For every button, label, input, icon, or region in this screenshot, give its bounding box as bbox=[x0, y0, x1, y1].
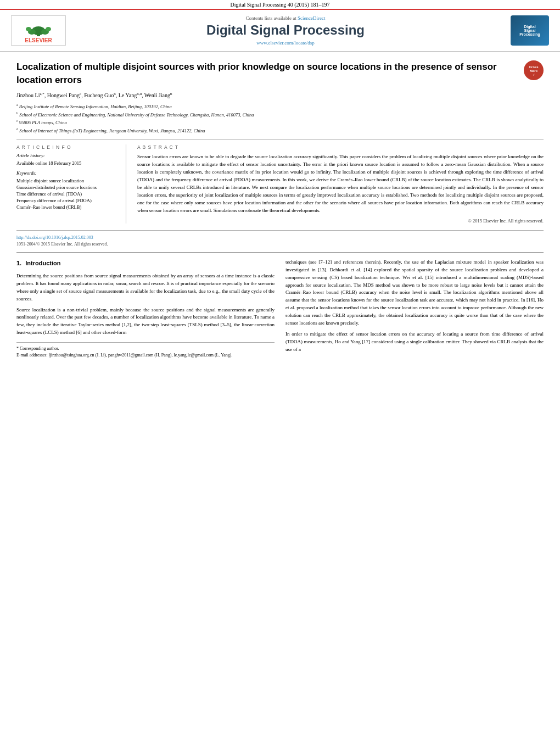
body-divider bbox=[16, 252, 544, 253]
issn-text: 1051-2004/© 2015 Elsevier Inc. All right… bbox=[16, 242, 544, 247]
keyword-4: Frequency difference of arrival (FDOA) bbox=[16, 198, 117, 203]
elsevier-tree-svg bbox=[22, 21, 55, 37]
footnote-email: E-mail addresses: ljinzhou@tsinghua.org.… bbox=[16, 352, 275, 359]
affiliation-b: b School of Electronic Science and Engin… bbox=[16, 111, 544, 119]
affiliation-c: c 95806 PLA troops, China bbox=[16, 119, 544, 126]
crossmark-badge: Cross Mark ✓ bbox=[524, 60, 544, 80]
copyright-line: © 2015 Elsevier Inc. All rights reserved… bbox=[137, 218, 544, 224]
svg-text:Mark: Mark bbox=[530, 69, 538, 72]
divider-1 bbox=[16, 140, 544, 140]
body-para-2: Source localization is a non-trivial pro… bbox=[16, 306, 275, 337]
keyword-1: Multiple disjoint source localization bbox=[16, 178, 117, 183]
history-label: Article history: bbox=[16, 153, 117, 158]
journal-title: Digital Signal Processing bbox=[66, 23, 505, 38]
elsevier-logo-box: ELSEVIER bbox=[11, 15, 66, 46]
affiliation-a: a Beijing Institute of Remote Sensing In… bbox=[16, 103, 544, 110]
footnote-area: * Corresponding author. E-mail addresses… bbox=[16, 342, 275, 359]
affiliations: a Beijing Institute of Remote Sensing In… bbox=[16, 103, 544, 134]
body-two-col: 1. Introduction Determining the source p… bbox=[16, 259, 544, 359]
keywords-label: Keywords: bbox=[16, 170, 117, 176]
abstract-title: A B S T R A C T bbox=[137, 144, 544, 150]
keyword-2: Gaussian-distributed prior source locati… bbox=[16, 185, 117, 190]
crossmark-svg: Cross Mark ✓ bbox=[524, 60, 544, 80]
article-info: A R T I C L E I N F O Article history: A… bbox=[16, 144, 126, 224]
paper-title: Localization of multiple disjoint source… bbox=[16, 60, 516, 87]
dsp-logo-box: Digital Signal Processing bbox=[511, 15, 549, 46]
available-text: Contents lists available at ScienceDirec… bbox=[66, 15, 505, 21]
info-abstract-row: A R T I C L E I N F O Article history: A… bbox=[16, 144, 544, 224]
section-1-num: 1. bbox=[16, 260, 21, 266]
svg-text:Cross: Cross bbox=[529, 65, 539, 69]
body-col-left: 1. Introduction Determining the source p… bbox=[16, 259, 275, 359]
abstract-text: Sensor location errors are known to be a… bbox=[137, 153, 544, 215]
section-1-title: Introduction bbox=[25, 260, 60, 266]
section-1-heading: 1. Introduction bbox=[16, 259, 275, 268]
footnote-corresponding: * Corresponding author. bbox=[16, 345, 275, 352]
paper-title-row: Localization of multiple disjoint source… bbox=[16, 60, 544, 87]
body-para-4: In order to mitigate the effect of senso… bbox=[285, 331, 544, 354]
body-para-1: Determining the source positions from so… bbox=[16, 272, 275, 303]
svg-text:✓: ✓ bbox=[533, 73, 535, 76]
article-info-title: A R T I C L E I N F O bbox=[16, 144, 117, 150]
svg-point-4 bbox=[26, 27, 31, 31]
journal-logo-right: Digital Signal Processing bbox=[505, 15, 549, 46]
keywords-section: Keywords: Multiple disjoint source local… bbox=[16, 170, 117, 210]
keyword-3: Time difference of arrival (TDOA) bbox=[16, 191, 117, 197]
journal-header: ELSEVIER Contents lists available at Sci… bbox=[0, 10, 560, 52]
journal-center: Contents lists available at ScienceDirec… bbox=[66, 15, 505, 46]
doi-link[interactable]: http://dx.doi.org/10.1016/j.dsp.2015.02.… bbox=[16, 235, 544, 240]
divider-2 bbox=[16, 230, 544, 231]
elsevier-logo: ELSEVIER bbox=[11, 15, 66, 46]
top-bar: Digital Signal Processing 40 (2015) 181–… bbox=[0, 0, 560, 10]
abstract-col: A B S T R A C T Sensor location errors a… bbox=[137, 144, 544, 224]
svg-point-5 bbox=[46, 27, 51, 31]
sciencedirect-link[interactable]: ScienceDirect bbox=[298, 15, 325, 21]
journal-citation: Digital Signal Processing 40 (2015) 181–… bbox=[231, 2, 330, 8]
journal-url: www.elsevier.com/locate/dsp bbox=[66, 40, 505, 46]
affiliation-d: d School of Internet of Things (IoT) Eng… bbox=[16, 127, 544, 135]
body-col-right: techniques (see [7–12] and references th… bbox=[285, 259, 544, 359]
keyword-5: Cramér–Rao lower bound (CRLB) bbox=[16, 204, 117, 210]
history-value: Available online 18 February 2015 bbox=[16, 160, 117, 166]
crossmark-circle: Cross Mark ✓ bbox=[524, 60, 544, 80]
authors: Jinzhou Lia,*, Hongwei Pangc, Fucheng Gu… bbox=[16, 91, 544, 99]
article-wrapper: Localization of multiple disjoint source… bbox=[0, 52, 560, 367]
body-para-3: techniques (see [7–12] and references th… bbox=[285, 259, 544, 327]
